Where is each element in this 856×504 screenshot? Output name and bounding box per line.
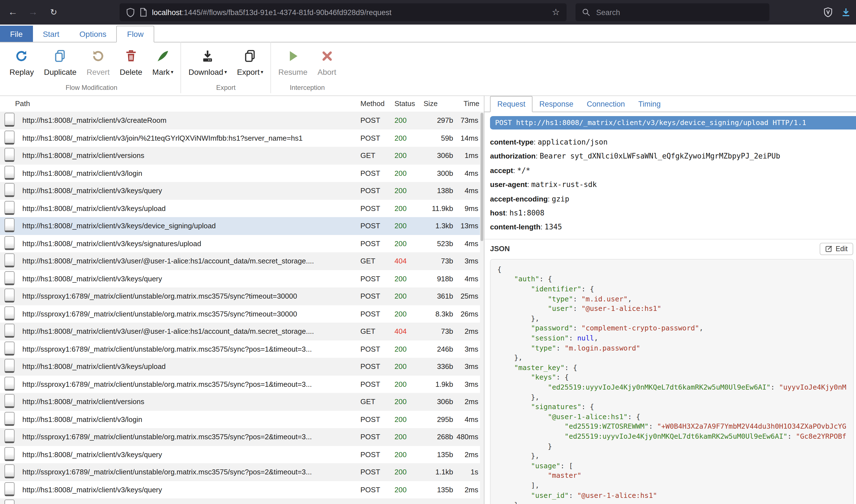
edit-button[interactable]: Edit (820, 243, 853, 255)
header-line[interactable]: accept-encoding: gzip (490, 192, 856, 206)
shield-permissions-icon[interactable] (126, 7, 135, 17)
flow-row[interactable]: http://hs1:8008/_matrix/client/v3/user/@… (0, 252, 480, 270)
flow-row[interactable]: http://ssproxy1:6789/_matrix/client/unst… (0, 305, 480, 323)
column-path[interactable]: Path (15, 96, 30, 112)
flow-row[interactable]: http://hs1:8008/_matrix/client/v3/keys/u… (0, 358, 480, 375)
flow-row[interactable]: http://hs1:8008/_matrix/client/v3/login … (0, 411, 480, 428)
flow-row[interactable]: http://hs1:8008/_matrix/client/v3/user/@… (0, 323, 480, 340)
flow-method: GET (360, 252, 375, 270)
flow-row[interactable]: http://ssproxy1:6789/_matrix/client/unst… (0, 340, 480, 358)
flow-method: POST (360, 182, 380, 200)
flow-path: http://hs1:8008/_matrix/client/v3/keys/q… (22, 270, 358, 287)
flow-row[interactable]: http://ssproxy1:6789/_matrix/client/unst… (0, 463, 480, 481)
json-line: "signatures": { (497, 402, 853, 412)
flow-status: 200 (394, 129, 407, 147)
flow-list-scrollbar[interactable] (480, 112, 484, 504)
json-line: "ed25519:uyyvIoJe4Kjy0nMKQeL7dt6kamRK2w5… (497, 382, 853, 392)
flow-row[interactable]: http://hs1:8008/_matrix/client/v3/keys/s… (0, 235, 480, 252)
back-icon[interactable]: ← (4, 4, 21, 21)
export-label: Export (237, 68, 259, 76)
tab-connection[interactable]: Connection (580, 96, 632, 112)
reload-icon[interactable]: ↻ (45, 4, 62, 21)
flow-row[interactable]: http://ssproxy1:6789/_matrix/client/unst… (0, 428, 480, 446)
tab-options[interactable]: Options (69, 26, 117, 42)
page: ← → ↻ localhost:1445/#/flows/fba5f13d-91… (0, 0, 856, 504)
url-bar[interactable]: localhost:1445/#/flows/fba5f13d-91e1-437… (120, 3, 567, 21)
flow-row[interactable]: http://hs1:8008/_matrix/client/versions … (0, 147, 480, 164)
tab-timing[interactable]: Timing (632, 96, 667, 112)
resume-play-icon (286, 49, 300, 65)
flow-row[interactable]: http://ssproxy1:6789/_matrix/client/unst… (0, 287, 480, 305)
tab-start[interactable]: Start (33, 26, 69, 42)
group-export: Download▾ Export▾ Export (181, 42, 271, 93)
header-line[interactable]: content-length: 1345 (490, 220, 856, 234)
flow-toolbar: Replay Duplicate Revert Delete Mark▾ (0, 42, 856, 93)
detail-tab-bar: Request Response Connection Timing (484, 96, 856, 112)
flow-path: http://hs1:8008/_matrix/client/v3/user/@… (22, 252, 358, 270)
flow-row[interactable]: http://hs1:8008/_matrix/client/v3/keys/q… (0, 446, 480, 463)
column-status[interactable]: Status (394, 96, 415, 112)
tab-file[interactable]: File (0, 26, 33, 42)
json-line: "auth": { (497, 274, 853, 284)
forward-icon[interactable]: → (24, 4, 41, 21)
flow-time: 480ms (457, 428, 478, 446)
flow-time: 13ms (460, 217, 478, 235)
revert-label: Revert (87, 68, 109, 76)
chevron-down-icon: ▾ (224, 69, 227, 75)
header-value: application/json (537, 138, 607, 146)
flow-row[interactable]: http://hs1:8008/_matrix/client/v3/keys/u… (0, 200, 480, 217)
abort-x-icon (320, 49, 334, 65)
document-icon (4, 148, 15, 162)
flow-method: POST (360, 200, 380, 217)
flow-row[interactable]: http://hs1:8008/_matrix/client/versions … (0, 393, 480, 411)
json-line: "master" (497, 471, 853, 481)
flow-row[interactable]: http://hs1:8008/_matrix/client/v3/login … (0, 164, 480, 182)
search-input[interactable] (595, 7, 763, 17)
json-line: "usage": [ (497, 461, 853, 470)
flow-row[interactable]: http://hs1:8008/_matrix/client/v3/keys/d… (0, 217, 480, 235)
json-body[interactable]: { "auth": { "identifier": { "type": "m.i… (490, 259, 854, 504)
duplicate-icon (53, 49, 67, 65)
header-line[interactable]: authorization: Bearer syt_dXNlci0xLWFsaW… (490, 149, 856, 164)
header-line[interactable]: content-type: application/json (490, 135, 856, 149)
flow-size: 297b (437, 112, 453, 129)
page-info-icon[interactable] (140, 8, 147, 17)
request-line[interactable]: POST http://hs1:8008/_matrix/client/v3/k… (490, 116, 856, 129)
flow-method: POST (360, 446, 380, 463)
flow-row-partial[interactable] (0, 499, 480, 504)
flow-status: 200 (394, 200, 407, 217)
flow-size: 11.9kb (432, 200, 453, 217)
shield-addon-icon[interactable] (824, 7, 833, 17)
url-host: localhost (152, 8, 182, 16)
scrollbar-thumb[interactable] (480, 113, 483, 241)
tab-response[interactable]: Response (533, 96, 580, 112)
header-line[interactable]: user-agent: matrix-rust-sdk (490, 178, 856, 192)
tab-request[interactable]: Request (490, 96, 533, 112)
browser-search-bar[interactable] (576, 3, 769, 21)
flow-row[interactable]: http://hs1:8008/_matrix/client/v3/join/%… (0, 129, 480, 147)
document-icon (4, 218, 15, 232)
flow-status: 200 (394, 147, 407, 164)
document-icon (4, 236, 15, 250)
header-line[interactable]: host: hs1:8008 (490, 206, 856, 220)
flow-path: http://hs1:8008/_matrix/client/v3/keys/q… (22, 446, 358, 463)
header-line[interactable]: accept: */* (490, 164, 856, 178)
flow-method: POST (360, 463, 380, 481)
bookmark-star-icon[interactable]: ☆ (552, 8, 560, 17)
flow-row[interactable]: http://ssproxy1:6789/_matrix/client/unst… (0, 375, 480, 393)
downloads-icon[interactable] (841, 8, 851, 17)
flow-row[interactable]: http://hs1:8008/_matrix/client/v3/keys/q… (0, 270, 480, 287)
header-value: matrix-rust-sdk (531, 180, 597, 188)
flow-size: 306b (437, 147, 453, 164)
column-method[interactable]: Method (360, 96, 385, 112)
flow-row[interactable]: http://hs1:8008/_matrix/client/v3/create… (0, 112, 480, 129)
tab-flow[interactable]: Flow (117, 26, 154, 42)
body-format-label: JSON (490, 245, 510, 253)
abort-label: Abort (318, 68, 336, 76)
document-icon (4, 376, 15, 391)
column-size[interactable]: Size (424, 96, 438, 112)
flow-method: POST (360, 428, 380, 446)
flow-row[interactable]: http://hs1:8008/_matrix/client/v3/keys/q… (0, 182, 480, 200)
column-time[interactable]: Time (463, 96, 479, 112)
flow-row[interactable]: http://hs1:8008/_matrix/client/v3/keys/q… (0, 481, 480, 499)
